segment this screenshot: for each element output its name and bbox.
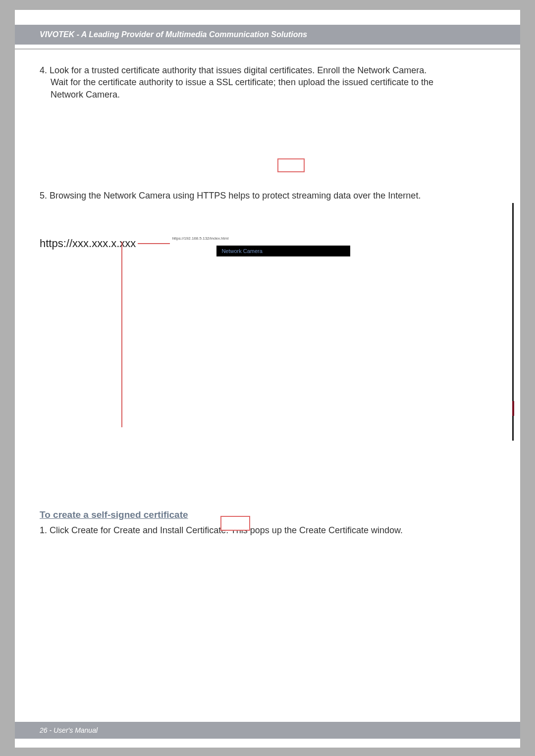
right-edge-bar-crimson: [512, 401, 514, 416]
browser-tab: Network Camera: [216, 246, 350, 256]
browser-fragment: https://192.168.5.132/index.html Network…: [172, 236, 228, 246]
browser-tab-title: Network Camera: [221, 248, 263, 255]
footer-page-number: 26 - User's Manual: [40, 726, 98, 734]
step-4: 4. Look for a trusted certificate author…: [40, 64, 495, 101]
callout-vertical-line: [121, 242, 122, 427]
step-5: 5. Browsing the Network Camera using HTT…: [40, 190, 495, 202]
highlight-box-upload: [277, 158, 305, 172]
header-title: VIVOTEK - A Leading Provider of Multimed…: [40, 30, 307, 39]
step-4-number: 4.: [40, 65, 47, 75]
address-bar-url: https://192.168.5.132/index.html: [172, 236, 228, 242]
callout-line: [138, 243, 170, 244]
step-5-number: 5.: [40, 191, 47, 201]
url-callout-row: https://xxx.xxx.x.xxx https://192.168.5.…: [40, 236, 495, 251]
step-4-line3: Network Camera.: [40, 89, 495, 101]
step-4-line1: Look for a trusted certificate authority…: [50, 65, 427, 75]
step-4-line2: Wait for the certificate authority to is…: [40, 76, 495, 88]
page-content: 4. Look for a trusted certificate author…: [40, 64, 495, 536]
step-5-text: Browsing the Network Camera using HTTPS …: [50, 191, 421, 201]
section-heading-self-signed: To create a self-signed certificate: [40, 508, 495, 521]
step-1-text: 1. Click Create for Create and Install C…: [40, 524, 495, 536]
highlight-box-create: [220, 516, 250, 531]
manual-page: VIVOTEK - A Leading Provider of Multimed…: [15, 10, 520, 748]
header-divider: [15, 49, 520, 50]
page-header: VIVOTEK - A Leading Provider of Multimed…: [15, 25, 520, 45]
page-footer: 26 - User's Manual: [15, 722, 520, 739]
